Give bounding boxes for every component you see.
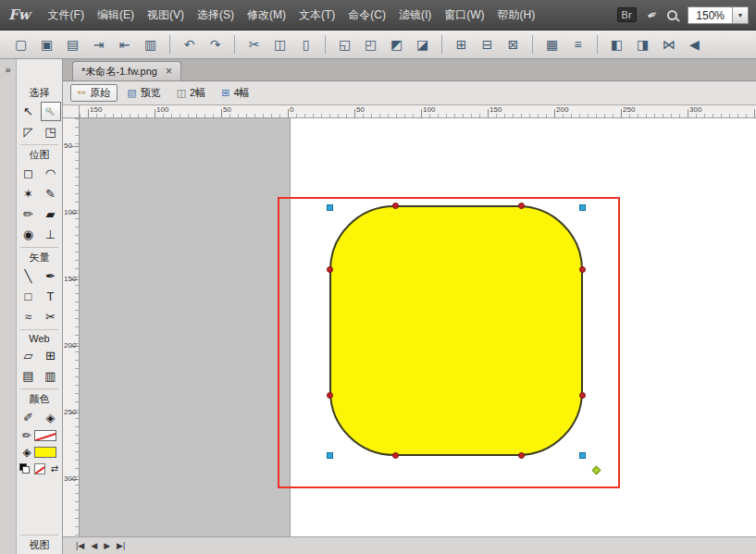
menu-item-help[interactable]: 帮助(H)	[491, 7, 542, 23]
no-color-button[interactable]	[34, 463, 45, 474]
bounding-box-handle[interactable]	[579, 452, 586, 459]
flip-horizontal-button[interactable]: ◧	[605, 34, 628, 55]
pointer-tool[interactable]: ↖	[19, 102, 39, 121]
search-icon[interactable]	[667, 10, 677, 20]
zoom-dropdown-button[interactable]: ▼	[732, 7, 748, 23]
bridge-button[interactable]: Br	[617, 7, 637, 22]
path-anchor-point[interactable]	[579, 392, 586, 399]
zoom-select[interactable]: 150% ▼	[688, 6, 749, 24]
rubber-stamp-tool[interactable]: ⊥	[41, 225, 61, 244]
cut-button[interactable]: ✂	[242, 34, 266, 55]
menu-item-commands[interactable]: 命令(C)	[341, 7, 392, 23]
group-button[interactable]: ◱	[333, 34, 356, 55]
slice-tool[interactable]: ⊞	[41, 346, 61, 365]
h-ruler-label: 300	[689, 106, 701, 114]
line-tool[interactable]: ╲	[19, 266, 39, 286]
vertical-ruler[interactable]: 50100150200250300	[63, 118, 80, 536]
send-to-back-button[interactable]: ◪	[411, 34, 434, 55]
menu-item-view[interactable]: 视图(V)	[141, 7, 191, 23]
path-anchor-point[interactable]	[392, 452, 399, 459]
copy-button[interactable]: ◫	[268, 34, 291, 55]
combine-paths-button[interactable]: ⊠	[502, 34, 525, 55]
open-button[interactable]: ▤	[61, 34, 84, 55]
first-state-button[interactable]: |◀	[76, 541, 84, 550]
view-4up-button[interactable]: ⊞4幅	[215, 84, 255, 102]
align-edges-button[interactable]: ≡	[566, 34, 589, 55]
subselection-tool[interactable]: ↖	[41, 102, 61, 121]
align-button[interactable]: ⊞	[450, 34, 473, 55]
magic-wand-tool[interactable]: ✶	[19, 184, 39, 203]
bounding-box-handle[interactable]	[579, 204, 586, 211]
canvas-area[interactable]	[80, 118, 756, 536]
lasso-tool[interactable]: ◠	[41, 164, 61, 183]
path-anchor-point[interactable]	[392, 203, 399, 209]
show-hotspots-button[interactable]: ▥	[41, 366, 61, 386]
undo-button[interactable]: ↶	[178, 34, 201, 55]
save-button[interactable]: ▣	[35, 34, 58, 55]
rotate-button[interactable]: ◀	[683, 34, 706, 55]
pencil-tool[interactable]: ✏	[19, 204, 39, 224]
menu-item-text[interactable]: 文本(T)	[292, 7, 341, 23]
mirror-button[interactable]: ⋈	[657, 34, 680, 55]
stroke-color-well-swatch[interactable]	[34, 430, 56, 441]
collapse-panels-button[interactable]: »	[0, 59, 16, 75]
path-anchor-point[interactable]	[327, 392, 333, 399]
rectangle-hotspot-tool[interactable]: ▱	[19, 346, 39, 365]
menu-item-file[interactable]: 文件(F)	[42, 7, 91, 23]
new-document-button[interactable]: ▢	[9, 34, 32, 55]
freeform-tool[interactable]: ≈	[19, 307, 39, 326]
scale-tool[interactable]: ◸	[19, 122, 39, 142]
rectangle-tool[interactable]: □	[19, 287, 39, 306]
document-tab[interactable]: *未命名-1.fw.png ×	[72, 61, 181, 80]
fill-color-well[interactable]: ◈	[17, 446, 62, 459]
menu-item-window[interactable]: 窗口(W)	[438, 7, 490, 23]
marquee-tool[interactable]: ◻	[19, 164, 39, 183]
print-button[interactable]: ▥	[139, 34, 162, 55]
path-anchor-point[interactable]	[327, 266, 333, 273]
menu-item-modify[interactable]: 修改(M)	[241, 7, 292, 23]
path-anchor-point[interactable]	[518, 452, 525, 459]
pen-tool[interactable]: ✒	[41, 266, 61, 286]
previous-state-button[interactable]: ◀	[91, 541, 97, 550]
menu-item-select[interactable]: 选择(S)	[191, 7, 241, 23]
zoom-value: 150%	[688, 7, 732, 23]
horizontal-ruler[interactable]: 15010050050100150200250300	[80, 105, 756, 118]
rounded-rectangle-shape[interactable]	[329, 205, 583, 456]
view-2up-button[interactable]: ◫2幅	[170, 84, 213, 102]
eyedropper-tool[interactable]: ✐	[19, 408, 39, 427]
play-state-button[interactable]: ▶	[104, 541, 110, 550]
feather-icon[interactable]: ✒	[644, 6, 660, 23]
path-anchor-point[interactable]	[579, 266, 586, 273]
view-original-button[interactable]: ✏原始	[70, 84, 118, 102]
last-state-button[interactable]: ▶|	[117, 541, 125, 550]
paint-bucket-tool[interactable]: ◈	[41, 408, 61, 427]
tab-close-button[interactable]: ×	[166, 65, 172, 78]
bounding-box-handle[interactable]	[327, 452, 333, 459]
swap-colors-button[interactable]: ⇄	[49, 462, 61, 474]
redo-button[interactable]: ↷	[204, 34, 227, 55]
flip-vertical-button[interactable]: ◨	[631, 34, 654, 55]
knife-tool[interactable]: ✂	[41, 307, 61, 326]
distribute-button[interactable]: ⊟	[476, 34, 499, 55]
text-tool[interactable]: T	[41, 287, 61, 306]
paste-button[interactable]: ▯	[294, 34, 317, 55]
ungroup-button[interactable]: ◰	[359, 34, 382, 55]
brush-tool[interactable]: ✎	[41, 184, 61, 203]
view-preview-button[interactable]: ▧预览	[120, 84, 167, 102]
path-anchor-point[interactable]	[518, 203, 525, 209]
menu-item-filters[interactable]: 滤镜(I)	[392, 7, 438, 23]
export-button[interactable]: ⇤	[113, 34, 136, 55]
import-button[interactable]: ⇥	[87, 34, 110, 55]
toolbar-separator	[441, 35, 442, 54]
fill-color-well-swatch[interactable]	[34, 447, 56, 458]
hide-hotspots-button[interactable]: ▤	[19, 366, 39, 386]
eraser-tool[interactable]: ▰	[41, 204, 61, 224]
menu-item-edit[interactable]: 编辑(E)	[91, 7, 141, 23]
bring-to-front-button[interactable]: ◩	[385, 34, 408, 55]
default-colors-button[interactable]	[19, 462, 31, 474]
snap-to-grid-button[interactable]: ▦	[540, 34, 564, 55]
blur-tool[interactable]: ◉	[19, 225, 39, 244]
stroke-color-well[interactable]: ✏	[17, 429, 62, 442]
bounding-box-handle[interactable]	[327, 204, 333, 211]
crop-tool[interactable]: ◳	[41, 122, 61, 142]
